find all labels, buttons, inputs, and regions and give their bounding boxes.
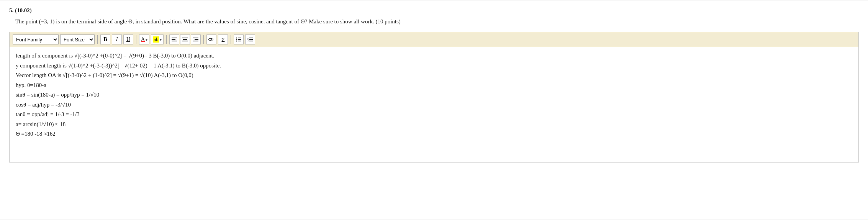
highlight-label: ab [153, 36, 159, 43]
content-line: Vector length OA is √[(-3-0)^2 + (1-0)^2… [16, 71, 852, 80]
svg-rect-20 [249, 41, 253, 41]
editor-content[interactable]: length of x component is √[(-3-0)^2 +(0-… [10, 47, 858, 162]
svg-rect-4 [183, 39, 187, 40]
svg-rect-18 [249, 39, 253, 40]
svg-rect-12 [238, 39, 241, 40]
divider-1 [97, 35, 98, 44]
svg-text:3.: 3. [247, 39, 249, 42]
highlight-chevron-icon: ▾ [160, 38, 162, 42]
font-color-chevron-icon: ▾ [146, 38, 147, 42]
svg-point-13 [236, 41, 237, 42]
svg-rect-6 [193, 38, 198, 38]
toolbar: Font Family Font Size B I U A ▾ ab ▾ [10, 32, 858, 47]
svg-point-9 [236, 38, 237, 39]
unordered-list-button[interactable] [234, 34, 244, 44]
ordered-list-button[interactable]: 1. 2. 3. [245, 34, 255, 44]
font-family-select[interactable]: Font Family [13, 34, 59, 44]
editor-wrapper: Font Family Font Size B I U A ▾ ab ▾ [9, 32, 859, 163]
content-line: y component length is √(1-0)^2 +(-3-(-3)… [16, 61, 852, 71]
ordered-list-icon: 1. 2. 3. [247, 37, 253, 42]
align-center-button[interactable] [180, 34, 190, 44]
align-group [169, 34, 201, 44]
content-line: length of x component is √[(-3-0)^2 +(0-… [16, 51, 852, 61]
page-wrapper: 5. (10.02) The point (−3, 1) is on the t… [0, 0, 868, 220]
content-line: hyp. θ=180-a [16, 80, 852, 90]
link-icon [208, 37, 215, 42]
highlight-button[interactable]: ab ▾ [151, 34, 164, 44]
divider-5 [231, 35, 231, 44]
svg-rect-16 [249, 38, 253, 38]
unordered-list-icon [236, 37, 241, 42]
content-line: a= arcsin(1/√10) ≈ 18 [16, 120, 852, 130]
sigma-button[interactable]: Σ [218, 34, 228, 44]
divider-2 [136, 35, 136, 44]
align-right-button[interactable] [191, 34, 201, 44]
content-line: tanθ = opp/adj = 1/-3 = -1/3 [16, 110, 852, 120]
content-line: sinθ = sin(180-a) = opp/hyp = 1/√10 [16, 90, 852, 100]
svg-rect-10 [238, 38, 241, 38]
svg-rect-7 [195, 39, 198, 40]
svg-rect-2 [172, 41, 177, 41]
svg-rect-14 [238, 41, 241, 41]
svg-point-11 [236, 39, 237, 40]
align-left-button[interactable] [169, 34, 179, 44]
content-line: cosθ = adj/hyp = -3/√10 [16, 100, 852, 110]
question-text: The point (−3, 1) is on the terminal sid… [0, 16, 868, 29]
divider-3 [166, 35, 167, 44]
content-line: Θ =180 -18 ≈162 [16, 129, 852, 139]
align-left-icon [172, 37, 177, 42]
italic-button[interactable]: I [112, 34, 122, 44]
font-color-label: A [141, 36, 145, 43]
svg-rect-5 [182, 41, 188, 41]
underline-button[interactable]: U [123, 34, 133, 44]
svg-rect-1 [172, 39, 175, 40]
svg-rect-3 [182, 38, 188, 38]
align-center-icon [182, 37, 188, 42]
question-header: 5. (10.02) [0, 4, 868, 16]
font-color-button[interactable]: A ▾ [139, 34, 149, 44]
link-button[interactable] [206, 34, 216, 44]
question-number: 5. (10.02) [9, 7, 32, 13]
align-right-icon [193, 37, 198, 42]
bold-button[interactable]: B [100, 34, 110, 44]
svg-rect-8 [193, 41, 198, 41]
font-size-select[interactable]: Font Size [60, 34, 95, 44]
svg-rect-0 [172, 38, 177, 38]
divider-4 [203, 35, 204, 44]
